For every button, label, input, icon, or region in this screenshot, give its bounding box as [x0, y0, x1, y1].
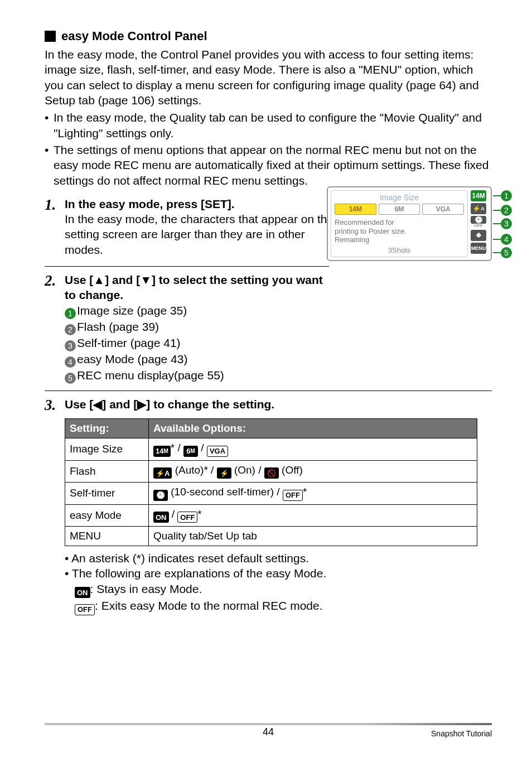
- cam-main-panel: Image Size 14M 6M VGA Recommended for pr…: [331, 190, 468, 257]
- intro-bullet: The settings of menu options that appear…: [45, 142, 492, 189]
- callout-3-icon: 3: [65, 340, 76, 351]
- step-2: 2. Use [▲] and [▼] to select the setting…: [45, 272, 492, 384]
- page-footer: 44 Snapshot Tutorial: [0, 726, 532, 738]
- off-icon: OFF: [283, 490, 303, 501]
- note-sub: OFF: Exits easy Mode to the normal REC m…: [75, 598, 492, 615]
- note: An asterisk (*) indicates reset default …: [65, 551, 492, 566]
- t: ] and [: [105, 273, 140, 286]
- table-row: Flash ⚡A (Auto)* / ⚡ (On) / 🚫 (Off): [65, 460, 477, 483]
- cam-desc: Recommended for printing to Poster size.…: [335, 218, 464, 244]
- settings-table: Setting: Available Options: Image Size 1…: [65, 418, 477, 546]
- off-icon: OFF: [75, 604, 95, 615]
- t: (On): [234, 464, 255, 476]
- callout-2-icon: 2: [65, 324, 76, 335]
- square-bullet-icon: [45, 31, 56, 42]
- flash-off-icon: 🚫: [264, 467, 279, 479]
- t: printing to Poster size.: [335, 227, 464, 236]
- cam-icon-easy[interactable]: ❖: [471, 230, 486, 241]
- page-number: 44: [263, 726, 274, 738]
- right-arrow-icon: ▶: [137, 398, 146, 411]
- footer-section: Snapshot Tutorial: [431, 729, 492, 738]
- up-arrow-icon: ▲: [93, 273, 105, 286]
- cam-tab-14m[interactable]: 14M: [335, 204, 376, 215]
- row-label: Self-timer: [65, 483, 149, 505]
- table-header-row: Setting: Available Options:: [65, 419, 477, 438]
- size-14m-icon: 14M: [153, 446, 171, 457]
- section-title-text: easy Mode Control Panel: [61, 29, 207, 44]
- header-options: Available Options:: [149, 419, 477, 438]
- size-vga-icon: VGA: [207, 446, 228, 457]
- t: (Auto): [175, 464, 204, 476]
- cam-size-tabs: 14M 6M VGA: [335, 204, 464, 215]
- callout-4-icon: 4: [501, 234, 512, 245]
- cam-shots: 3Shots: [335, 246, 464, 254]
- li: Image size (page 35): [77, 304, 187, 317]
- camera-screenshot: Image Size 14M 6M VGA Recommended for pr…: [327, 186, 492, 261]
- left-arrow-icon: ◀: [93, 398, 102, 411]
- row-options: 14M* / 6M / VGA: [149, 438, 477, 461]
- step-1-body: In the easy mode, the characters that ap…: [65, 211, 344, 257]
- row-options: ON / OFF*: [149, 504, 477, 527]
- off-icon: OFF: [177, 512, 197, 523]
- footer-bar: [45, 723, 492, 725]
- flash-on-icon: ⚡: [217, 467, 231, 479]
- row-options: Quality tab/Set Up tab: [149, 527, 477, 546]
- section-heading: easy Mode Control Panel: [45, 29, 492, 44]
- divider: [45, 266, 329, 267]
- step-2-title: Use [▲] and [▼] to select the setting yo…: [65, 272, 332, 303]
- header-setting: Setting:: [65, 419, 149, 438]
- notes-list: An asterisk (*) indicates reset default …: [65, 551, 492, 615]
- down-arrow-icon: ▼: [140, 273, 152, 286]
- step-number: 3.: [45, 397, 60, 413]
- cam-icon-flash[interactable]: ⚡A: [471, 203, 486, 214]
- step-3-title: Use [◀] and [▶] to change the setting.: [65, 397, 274, 413]
- callout-1-icon: 1: [65, 308, 76, 319]
- cam-tab-vga[interactable]: VGA: [422, 204, 464, 215]
- self-timer-icon: 🕙: [153, 490, 168, 501]
- note: The following are explanations of the ea…: [65, 566, 492, 581]
- t: (10-second self-timer): [171, 486, 274, 498]
- li: Flash (page 39): [77, 320, 159, 333]
- table-row: Self-timer 🕙 (10-second self-timer) / OF…: [65, 483, 477, 505]
- step-2-list: 1Image size (page 35) 2Flash (page 39) 3…: [65, 303, 492, 384]
- callout-5-icon: 5: [501, 247, 512, 258]
- li: easy Mode (page 43): [77, 353, 187, 365]
- cam-icon-menu[interactable]: MENU: [471, 243, 486, 254]
- callout-3-icon: 3: [501, 218, 512, 229]
- t: Recommended for: [335, 218, 464, 227]
- cam-icon-timer[interactable]: 🕙: [471, 216, 486, 224]
- divider: [45, 390, 492, 391]
- row-label: easy Mode: [65, 504, 149, 527]
- t: Use [: [65, 273, 93, 286]
- size-6m-icon: 6M: [183, 446, 198, 457]
- t: ] to change the setting.: [146, 398, 274, 411]
- cam-title: Image Size: [335, 193, 464, 202]
- li: REC menu display(page 55): [77, 369, 224, 382]
- row-label: Image Size: [65, 438, 149, 461]
- step-number: 1.: [45, 196, 60, 259]
- li: Self-timer (page 41): [77, 336, 181, 349]
- cam-tab-6m[interactable]: 6M: [379, 204, 420, 215]
- callout-4-icon: 4: [65, 356, 76, 368]
- on-icon: ON: [75, 587, 90, 598]
- t: Use [: [65, 398, 93, 411]
- callout-5-icon: 5: [65, 373, 76, 384]
- step-1-title: In the easy mode, press [SET].: [65, 196, 344, 211]
- cam-off-label: OFF: [471, 224, 486, 228]
- callout-1-icon: 1: [501, 190, 512, 201]
- cam-icon-size[interactable]: 14M: [471, 190, 486, 201]
- t: : Stays in easy Mode.: [90, 582, 202, 595]
- row-options: 🕙 (10-second self-timer) / OFF*: [149, 483, 477, 505]
- on-icon: ON: [153, 512, 169, 523]
- t: ] and [: [102, 398, 137, 411]
- intro-bullet: In the easy mode, the Quality tab can be…: [45, 110, 492, 141]
- row-label: Flash: [65, 460, 149, 483]
- table-row: easy Mode ON / OFF*: [65, 504, 477, 527]
- flash-auto-icon: ⚡A: [153, 467, 172, 479]
- intro-bullet-list: In the easy mode, the Quality tab can be…: [45, 110, 492, 189]
- row-options: ⚡A (Auto)* / ⚡ (On) / 🚫 (Off): [149, 460, 477, 483]
- row-label: MENU: [65, 527, 149, 546]
- callout-2-icon: 2: [501, 205, 512, 216]
- intro-paragraph: In the easy mode, the Control Panel prov…: [45, 47, 492, 108]
- table-row: Image Size 14M* / 6M / VGA: [65, 438, 477, 461]
